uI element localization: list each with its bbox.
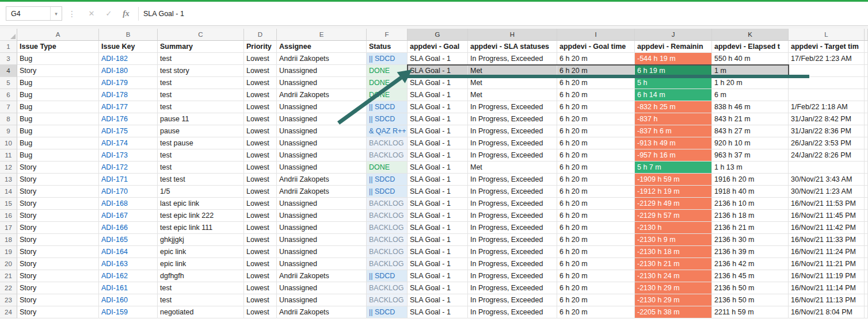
cell-goal-time[interactable]: 6 h 20 m (557, 113, 635, 125)
cell-summary[interactable]: test (158, 53, 244, 65)
cell-elapsed[interactable]: 2136 h 39 m (712, 246, 789, 258)
cell-elapsed[interactable]: 550 h 40 m (712, 53, 789, 65)
cell-target[interactable]: 16/Nov/21 11:13 PM (789, 294, 865, 306)
cell-target[interactable] (789, 77, 865, 89)
cell-goal-time[interactable]: 6 h 20 m (557, 246, 635, 258)
cell-goal-time[interactable]: 6 h 20 m (557, 162, 635, 174)
cell-target[interactable]: 16/Nov/21 11:24 PM (789, 246, 865, 258)
cell-assignee[interactable]: Andrii Zakopets (277, 89, 367, 101)
cell-goal[interactable]: SLA Goal - 1 (408, 77, 468, 89)
cell-remaining[interactable]: 6 h 14 m (635, 89, 712, 101)
cell-issue-type[interactable]: Story (17, 222, 99, 234)
cell-elapsed[interactable]: 2136 h 18 m (712, 210, 789, 222)
cell-elapsed[interactable]: 1918 h 40 m (712, 186, 789, 198)
cell-target[interactable]: 16/Nov/21 11:53 PM (789, 198, 865, 210)
cell-goal[interactable]: SLA Goal - 1 (408, 162, 468, 174)
cell-remaining[interactable]: -2130 h 9 m (635, 234, 712, 246)
cell-summary[interactable]: test epic link 111 (158, 222, 244, 234)
cell-elapsed[interactable]: 2136 h 21 m (712, 222, 789, 234)
cell-summary[interactable]: epic link (158, 258, 244, 270)
cell-assignee[interactable]: Unassigned (277, 149, 367, 162)
cell-issue-type[interactable]: Story (17, 174, 99, 186)
column-header-C[interactable]: C (158, 29, 244, 41)
row-header[interactable]: 22 (0, 282, 17, 294)
column-header-K[interactable]: K (712, 29, 789, 41)
cell-goal-time[interactable]: 6 h 20 m (557, 306, 635, 318)
cell-summary[interactable]: test pause (158, 137, 244, 149)
cell-priority[interactable]: Lowest (244, 246, 277, 258)
cell-assignee[interactable]: Unassigned (277, 77, 367, 89)
cell-elapsed[interactable]: 2136 h 30 m (712, 234, 789, 246)
row-header[interactable]: 20 (0, 258, 17, 270)
cell-target[interactable]: 16/Nov/21 8:04 PM (789, 306, 865, 318)
row-header[interactable]: 17 (0, 222, 17, 234)
cell-elapsed[interactable]: 963 h 37 m (712, 149, 789, 162)
cell-summary[interactable]: negotiated (158, 306, 244, 318)
cell-issue-type[interactable]: Story (17, 65, 99, 77)
header-cell[interactable]: appdevi - Elapsed t (712, 41, 789, 53)
cell-target[interactable]: 16/Nov/21 11:42 PM (789, 222, 865, 234)
cell-assignee[interactable]: Unassigned (277, 65, 367, 77)
row-header[interactable]: 12 (0, 162, 17, 174)
cell-priority[interactable]: Lowest (244, 186, 277, 198)
cell-goal-time[interactable]: 6 h 20 m (557, 77, 635, 89)
column-header-H[interactable]: H (468, 29, 557, 41)
cell-goal[interactable]: SLA Goal - 1 (408, 137, 468, 149)
column-header-A[interactable]: A (17, 29, 99, 41)
cell-priority[interactable]: Lowest (244, 174, 277, 186)
cell-assignee[interactable]: Unassigned (277, 234, 367, 246)
cell-remaining[interactable]: -2205 h 38 m (635, 306, 712, 318)
cell-goal[interactable]: SLA Goal - 1 (408, 186, 468, 198)
cell-issue-type[interactable]: Bug (17, 101, 99, 113)
cell-goal[interactable]: SLA Goal - 1 (408, 258, 468, 270)
cell-priority[interactable]: Lowest (244, 222, 277, 234)
select-all-corner[interactable] (0, 29, 17, 41)
cell-elapsed[interactable]: 1 m (712, 65, 789, 77)
cell-summary[interactable]: test (158, 294, 244, 306)
cell-sla-status[interactable]: In Progress, Exceeded (468, 282, 557, 294)
issue-key-link[interactable]: ADI-175 (99, 125, 158, 137)
cell-status[interactable]: BACKLOG (367, 294, 408, 306)
cell-elapsed[interactable]: 1 h 13 m (712, 162, 789, 174)
header-cell[interactable]: Issue Key (99, 41, 158, 53)
cell-summary[interactable]: test epic link 222 (158, 210, 244, 222)
cell-goal[interactable]: SLA Goal - 1 (408, 234, 468, 246)
cell-elapsed[interactable]: 1916 h 20 m (712, 174, 789, 186)
cell-priority[interactable]: Lowest (244, 125, 277, 137)
cell-goal[interactable]: SLA Goal - 1 (408, 210, 468, 222)
cell-target[interactable] (789, 89, 865, 101)
cell-issue-type[interactable]: Story (17, 234, 99, 246)
more-options-icon[interactable]: ⋮ (68, 9, 76, 18)
cell-elapsed[interactable]: 1 h 20 m (712, 77, 789, 89)
cell-assignee[interactable]: Unassigned (277, 222, 367, 234)
cell-goal-time[interactable]: 6 h 20 m (557, 101, 635, 113)
cell-issue-type[interactable]: Story (17, 282, 99, 294)
cell-elapsed[interactable]: 920 h 10 m (712, 137, 789, 149)
cell-assignee[interactable]: Unassigned (277, 101, 367, 113)
cell-assignee[interactable]: Unassigned (277, 246, 367, 258)
cell-sla-status[interactable]: In Progress, Exceeded (468, 234, 557, 246)
cell-priority[interactable]: Lowest (244, 282, 277, 294)
cell-assignee[interactable]: Andrii Zakopets (277, 270, 367, 282)
cell-elapsed[interactable]: 2136 h 45 m (712, 270, 789, 282)
cell-sla-status[interactable]: In Progress, Exceeded (468, 210, 557, 222)
cell-goal-time[interactable]: 6 h 20 m (557, 149, 635, 162)
cell-summary[interactable]: ghkjjgkj (158, 234, 244, 246)
cell-goal-time[interactable]: 6 h 20 m (557, 294, 635, 306)
cell-remaining[interactable]: -837 h (635, 113, 712, 125)
cell-goal-time[interactable]: 6 h 20 m (557, 186, 635, 198)
header-cell[interactable]: appdevi - Goal (408, 41, 468, 53)
cell-issue-type[interactable]: Bug (17, 53, 99, 65)
cell-goal-time[interactable]: 6 h 20 m (557, 137, 635, 149)
header-cell[interactable]: Status (367, 41, 408, 53)
issue-key-link[interactable]: ADI-180 (99, 65, 158, 77)
cell-summary[interactable]: dgfhgfh (158, 270, 244, 282)
cell-goal-time[interactable]: 6 h 20 m (557, 89, 635, 101)
row-header[interactable]: 8 (0, 113, 17, 125)
cell-elapsed[interactable]: 6 m (712, 89, 789, 101)
cell-summary[interactable]: 1/5 (158, 186, 244, 198)
cell-remaining[interactable]: -1909 h 59 m (635, 174, 712, 186)
cell-priority[interactable]: Lowest (244, 77, 277, 89)
cell-goal[interactable]: SLA Goal - 1 (408, 222, 468, 234)
row-header[interactable]: 23 (0, 294, 17, 306)
